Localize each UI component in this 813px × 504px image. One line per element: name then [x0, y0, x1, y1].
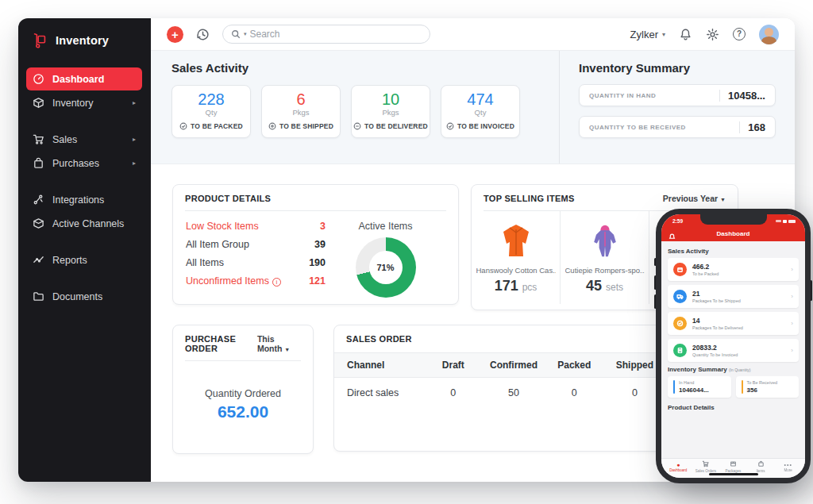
quantity-in-hand-row[interactable]: QUANTITY IN HAND 10458... — [579, 84, 776, 106]
settings-gear-icon[interactable] — [706, 28, 719, 41]
more-dots-icon: ••• — [784, 462, 792, 467]
phone-inventory-summary-title: Inventory Summary (In Quantity) — [668, 366, 799, 373]
phone-in-hand-card[interactable]: In Hand 1046044... — [668, 376, 731, 398]
phone-tab-more[interactable]: ••• More — [774, 460, 802, 473]
active-items-donut: 71% — [356, 237, 416, 298]
sidebar-item-integrations[interactable]: Integrations — [26, 188, 142, 211]
dashboard-icon — [33, 73, 44, 85]
quantity-ordered-label: Quantity Ordered — [205, 388, 281, 399]
status-icons — [776, 220, 796, 223]
user-avatar[interactable] — [759, 25, 779, 44]
battery-icon — [788, 220, 796, 223]
unit-label: Pkgs — [382, 108, 399, 117]
label: Quantity To be Invoiced — [692, 352, 738, 357]
notifications-bell-icon[interactable] — [679, 28, 692, 41]
purchase-order-period-dropdown[interactable]: This Month ▼ — [257, 334, 301, 353]
sidebar-item-purchases[interactable]: Purchases ▸ — [26, 152, 142, 175]
global-search[interactable]: ▾ — [222, 25, 430, 44]
inventory-summary-title: Inventory Summary — [579, 61, 776, 75]
row-label: Low Stock Items — [186, 221, 259, 232]
sidebar-item-sales[interactable]: Sales ▸ — [26, 128, 142, 151]
row-label: All Items — [186, 257, 224, 268]
sidebar-item-dashboard[interactable]: Dashboard — [26, 67, 142, 90]
top-selling-period-dropdown[interactable]: Previous Year ▼ — [663, 194, 726, 203]
phone-body: Sales Activity 466.2 To be Packed › 21 P… — [661, 241, 805, 458]
org-switcher[interactable]: Zylker ▾ — [630, 29, 665, 40]
all-items-row[interactable]: All Items 190 — [186, 257, 326, 268]
sales-activity-title: Sales Activity — [171, 61, 559, 75]
chevron-right-icon: › — [791, 266, 793, 273]
to-be-packed-value: 228 — [198, 90, 224, 109]
quantity-to-be-received-row[interactable]: QUANTITY TO BE RECEIVED 168 — [579, 116, 776, 138]
all-item-group-row[interactable]: All Item Group 39 — [186, 239, 326, 250]
item-name: Cutiepie Rompers-spo... — [565, 266, 645, 275]
phone-tab-sales-orders[interactable]: Sales Orders — [692, 460, 720, 473]
check-circle-icon — [673, 317, 687, 330]
purchase-order-card: PURCHASE ORDER This Month ▼ Quantity Ord… — [172, 325, 314, 454]
topbar: + ▾ Zylker ▾ ? — [151, 18, 795, 51]
sidebar-item-reports[interactable]: Reports — [26, 248, 142, 271]
package-icon — [673, 263, 687, 276]
item-qty: 45 — [586, 278, 602, 294]
sidebar-item-inventory[interactable]: Inventory ▸ — [26, 91, 142, 114]
phone-tab-dashboard[interactable]: ● Dashboard — [665, 460, 692, 473]
phone-to-be-delivered-card[interactable]: 14 Packages To be Delivered › — [668, 312, 799, 335]
sidebar-item-label: Inventory — [52, 98, 93, 109]
sales-order-title: SALES ORDER — [346, 334, 412, 344]
phone-tab-items[interactable]: Items — [747, 460, 775, 473]
top-selling-item[interactable]: Cutiepie Rompers-spo... 45 sets — [561, 211, 649, 304]
phone-to-be-packed-card[interactable]: 466.2 To be Packed › — [668, 258, 799, 281]
sidebar: Inventory Dashboard Inventory ▸ — [18, 18, 151, 482]
dot-circle-icon — [268, 122, 276, 130]
phone-bell-icon[interactable] — [669, 229, 676, 244]
recent-history-icon[interactable] — [195, 27, 210, 42]
chevron-right-icon: › — [791, 347, 793, 354]
to-be-packed-card[interactable]: 228 Qty TO BE PACKED — [171, 85, 251, 138]
channel-cell: Direct sales — [334, 378, 423, 409]
phone-to-be-received-card[interactable]: To Be Received 356 — [736, 376, 800, 398]
value: 1046044... — [679, 387, 709, 394]
sidebar-item-active-channels[interactable]: Active Channels — [26, 212, 142, 235]
org-name: Zylker — [630, 29, 658, 40]
app-logo: Inventory — [18, 18, 151, 60]
phone-to-be-shipped-card[interactable]: 21 Packages To be Shipped › — [668, 285, 799, 308]
romper-product-image — [587, 219, 623, 264]
draft-cell: 0 — [423, 378, 484, 409]
phone-to-be-invoiced-card[interactable]: 20833.2 Quantity To be Invoiced › — [668, 339, 799, 362]
sidebar-item-label: Sales — [52, 134, 77, 145]
top-selling-item[interactable]: Hanswooly Cotton Cas... 171 pcs — [472, 211, 561, 304]
unconfirmed-items-row[interactable]: Unconfirmed Itemsi 121 — [186, 275, 326, 287]
sidebar-item-label: Reports — [52, 255, 87, 266]
phone-tab-packages[interactable]: Packages — [719, 460, 747, 473]
label: Packages To be Delivered — [692, 325, 743, 330]
card-caption: TO BE INVOICED — [457, 122, 514, 130]
to-be-invoiced-value: 474 — [467, 90, 493, 109]
active-items-label: Active Items — [358, 221, 412, 232]
to-be-invoiced-card[interactable]: 474 Qty TO BE INVOICED — [441, 85, 520, 138]
check-circle-icon — [446, 122, 454, 130]
home-indicator[interactable] — [709, 473, 758, 475]
column-header-channel: Channel — [334, 353, 423, 378]
overview-band: Sales Activity 228 Qty TO BE PACKED 6 Pk… — [151, 51, 795, 164]
active-items-percent: 71% — [376, 263, 394, 272]
sidebar-nav: Dashboard Inventory ▸ Sales ▸ — [18, 60, 151, 308]
card-caption: TO BE DELIVERED — [364, 122, 428, 130]
search-scope-caret-icon[interactable]: ▾ — [244, 31, 247, 37]
sidebar-item-documents[interactable]: Documents — [26, 285, 142, 308]
all-item-group-value: 39 — [314, 239, 326, 250]
cart-icon — [33, 133, 44, 145]
search-input[interactable] — [250, 29, 422, 40]
wifi-icon — [783, 220, 787, 223]
phone-page-title: Dashboard — [717, 230, 750, 237]
search-icon — [231, 29, 241, 39]
purchase-order-title: PURCHASE ORDER — [185, 334, 257, 353]
to-be-delivered-card[interactable]: 10 Pkgs TO BE DELIVERED — [351, 85, 430, 138]
info-icon[interactable]: i — [272, 278, 281, 287]
phone-sales-activity-title: Sales Activity — [668, 248, 799, 255]
quick-create-button[interactable]: + — [167, 26, 183, 43]
row-label: All Item Group — [186, 239, 249, 250]
to-be-shipped-card[interactable]: 6 Pkgs TO BE SHIPPED — [261, 85, 341, 138]
help-icon[interactable]: ? — [733, 28, 746, 40]
to-be-delivered-value: 10 — [382, 90, 399, 109]
low-stock-items-row[interactable]: Low Stock Items 3 — [186, 221, 326, 232]
